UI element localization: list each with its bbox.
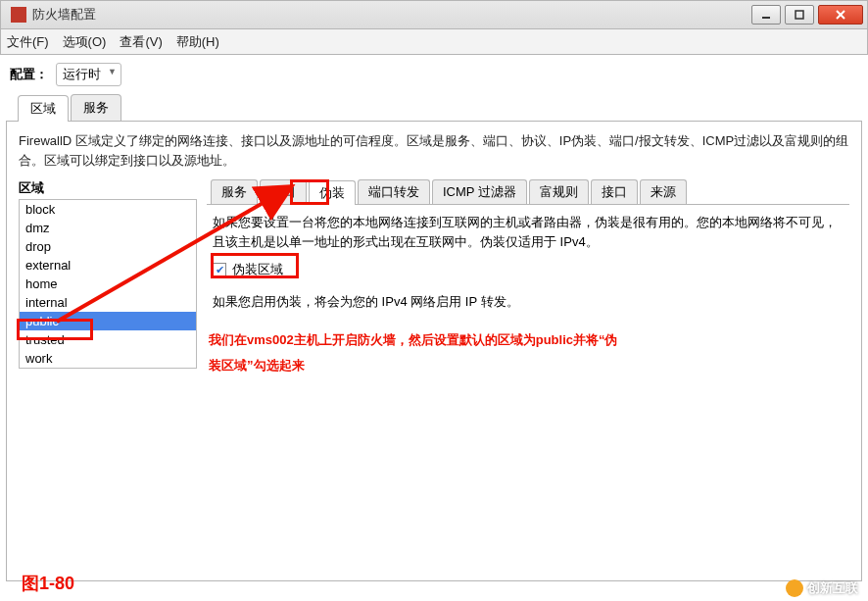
window-title: 防火墙配置	[32, 6, 751, 24]
svg-rect-1	[796, 11, 803, 19]
main-panel: FirewallD 区域定义了绑定的网络连接、接口以及源地址的可信程度。区域是服…	[6, 121, 862, 581]
figure-label: 图1-80	[22, 572, 74, 595]
zone-item-drop[interactable]: drop	[20, 237, 196, 256]
zone-item-trusted[interactable]: trusted	[20, 330, 196, 349]
subtab-port[interactable]: 端口	[260, 179, 307, 204]
zone-list[interactable]: block dmz drop external home internal pu…	[19, 199, 197, 369]
masq-checkbox-label: 伪装区域	[232, 261, 283, 278]
masq-checkbox[interactable]	[213, 263, 226, 276]
sub-tabs: 服务 端口 伪装 端口转发 ICMP 过滤器 富规则 接口 来源	[207, 179, 849, 205]
tab-zone[interactable]: 区域	[18, 95, 69, 122]
zone-item-internal[interactable]: internal	[20, 293, 196, 312]
subtab-rich[interactable]: 富规则	[529, 179, 589, 204]
zone-item-external[interactable]: external	[20, 256, 196, 275]
menu-options[interactable]: 选项(O)	[63, 33, 107, 51]
maximize-button[interactable]	[785, 5, 814, 25]
masq-help1: 如果您要设置一台将您的本地网络连接到互联网的主机或者路由器，伪装是很有用的。您的…	[213, 213, 844, 251]
subtab-source[interactable]: 来源	[640, 179, 687, 204]
zone-item-dmz[interactable]: dmz	[20, 219, 196, 237]
config-row: 配置： 运行时	[0, 55, 868, 94]
config-select[interactable]: 运行时	[56, 63, 121, 86]
zone-item-home[interactable]: home	[20, 275, 196, 293]
subtab-icmp[interactable]: ICMP 过滤器	[432, 179, 527, 204]
watermark-logo-icon	[786, 579, 803, 597]
subtab-masq[interactable]: 伪装	[309, 180, 356, 205]
menu-bar: 文件(F) 选项(O) 查看(V) 帮助(H)	[0, 29, 868, 55]
menu-view[interactable]: 查看(V)	[120, 33, 162, 51]
close-button[interactable]	[818, 5, 863, 25]
panel-description: FirewallD 区域定义了绑定的网络连接、接口以及源地址的可信程度。区域是服…	[19, 131, 849, 170]
masq-help2: 如果您启用伪装，将会为您的 IPv4 网络启用 IP 转发。	[213, 292, 844, 312]
watermark: 创新互联	[786, 579, 858, 597]
tab-service[interactable]: 服务	[71, 94, 121, 121]
minimize-button[interactable]	[751, 5, 781, 25]
zone-item-public[interactable]: public	[20, 312, 196, 330]
config-label: 配置：	[10, 66, 48, 83]
title-bar: 防火墙配置	[0, 0, 868, 29]
menu-file[interactable]: 文件(F)	[7, 33, 49, 51]
subtab-iface[interactable]: 接口	[591, 179, 638, 204]
subtab-portfwd[interactable]: 端口转发	[358, 179, 430, 204]
menu-help[interactable]: 帮助(H)	[176, 33, 219, 51]
app-icon	[11, 7, 26, 23]
top-tabs: 区域 服务	[0, 94, 868, 121]
zone-detail: 服务 端口 伪装 端口转发 ICMP 过滤器 富规则 接口 来源 如果您要设置一…	[207, 179, 849, 570]
zone-item-work[interactable]: work	[20, 349, 196, 368]
zone-item-block[interactable]: block	[20, 200, 196, 219]
subtab-service[interactable]: 服务	[211, 179, 258, 204]
zone-header: 区域	[19, 179, 197, 197]
